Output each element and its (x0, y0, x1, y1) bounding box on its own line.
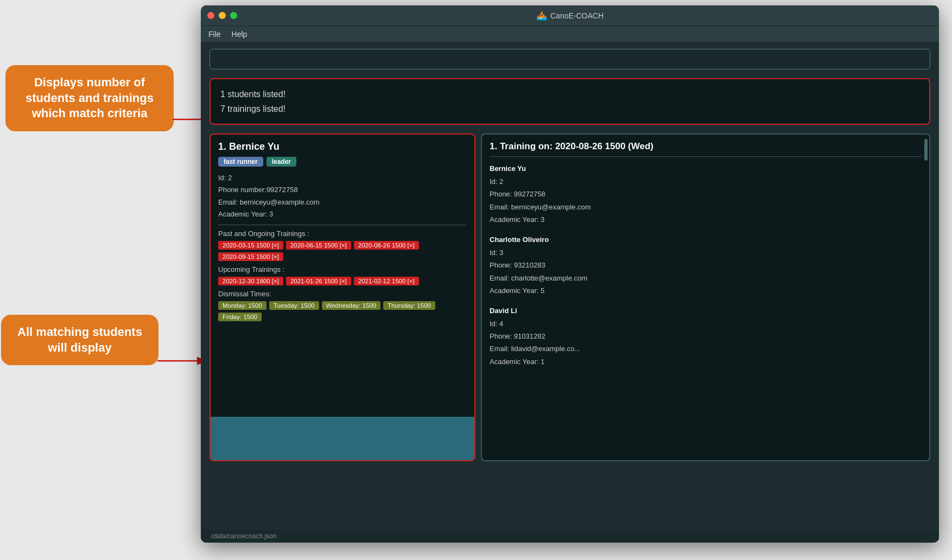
student-panel-footer (211, 417, 474, 460)
past-training-tags: 2020-03-15 1500 [×] 2020-06-15 1500 [×] … (218, 241, 467, 261)
student-panel: 1. Bernice Yu fast runner leader Id: 2 P… (210, 133, 475, 461)
trainee-phone-2: Phone: 91031282 (490, 330, 922, 342)
upcoming-training-1[interactable]: 2021-01-26 1500 [×] (286, 277, 351, 285)
upcoming-training-tags: 2020-12-30 1800 [×] 2021-01-26 1500 [×] … (218, 277, 467, 285)
trainee-entry-1: Charlotte Oliveiro Id: 3 Phone: 93210283… (490, 233, 922, 297)
menu-file[interactable]: File (208, 30, 221, 39)
training-title: 1. Training on: 2020-08-26 1500 (Wed) (490, 141, 922, 157)
dismissal-wednesday: Wednesday: 1500 (322, 301, 381, 310)
past-training-1[interactable]: 2020-06-15 1500 [×] (286, 241, 351, 250)
past-trainings-label: Past and Ongoing Trainings : (218, 230, 467, 238)
maximize-button[interactable] (230, 12, 237, 19)
upcoming-training-2[interactable]: 2021-02-12 1500 [×] (354, 277, 419, 285)
status-bar: ./data/canoecoach.json (201, 530, 939, 543)
trainee-year-1: Academic Year: 5 (490, 284, 922, 297)
student-id: Id: 2 (218, 172, 467, 184)
training-panel: 1. Training on: 2020-08-26 1500 (Wed) Be… (481, 133, 930, 461)
app-icon: 🚣 (536, 10, 547, 21)
trainee-email-2: Email: lidavid@example.co... (490, 342, 922, 355)
trainee-email-1: Email: charlotte@example.com (490, 272, 922, 284)
student-tags: fast runner leader (218, 157, 467, 167)
trainee-name-1: Charlotte Oliveiro (490, 233, 922, 246)
search-input[interactable] (210, 49, 930, 69)
trainee-year-0: Academic Year: 3 (490, 213, 922, 226)
dismissal-monday: Monday: 1500 (218, 301, 266, 310)
menu-help[interactable]: Help (232, 30, 247, 39)
upcoming-trainings-label: Upcoming Trainings : (218, 265, 467, 273)
annotation-bubble-2: All matching students will display (1, 315, 158, 365)
upcoming-training-0[interactable]: 2020-12-30 1800 [×] (218, 277, 283, 285)
trainee-id-0: Id: 2 (490, 175, 922, 188)
past-training-0[interactable]: 2020-03-15 1500 [×] (218, 241, 283, 250)
trainee-entry-0: Bernice Yu Id: 2 Phone: 99272758 Email: … (490, 162, 922, 226)
divider (218, 225, 467, 225)
status-path: ./data/canoecoach.json (210, 532, 276, 540)
mac-window: 🚣 CanoE-COACH File Help 1 students liste… (201, 5, 939, 543)
trainee-entry-2: David Li Id: 4 Phone: 91031282 Email: li… (490, 304, 922, 368)
tag-leader: leader (266, 157, 296, 167)
trainee-name-2: David Li (490, 304, 922, 317)
minimize-button[interactable] (219, 12, 226, 19)
student-name: 1. Bernice Yu (218, 141, 467, 152)
dismissal-tuesday: Tuesday: 1500 (269, 301, 319, 310)
past-training-3[interactable]: 2020-09-15 1500 [×] (218, 252, 283, 261)
close-button[interactable] (207, 12, 214, 19)
dismissal-label: Dismissal Times: (218, 290, 467, 298)
training-panel-inner: 1. Training on: 2020-08-26 1500 (Wed) Be… (482, 135, 929, 460)
trainee-id-1: Id: 3 (490, 246, 922, 259)
student-email: Email: berniceyu@example.com (218, 196, 467, 208)
student-info: Id: 2 Phone number:99272758 Email: berni… (218, 172, 467, 220)
traffic-lights (207, 12, 237, 19)
trainee-phone-1: Phone: 93210283 (490, 259, 922, 271)
window-title: 🚣 CanoE-COACH (536, 10, 604, 21)
student-academic-year: Academic Year: 3 (218, 208, 467, 220)
menu-bar: File Help (201, 26, 939, 42)
dismissal-friday: Friday: 1500 (218, 313, 262, 321)
search-area (201, 42, 939, 74)
stats-line-1: 1 students listed! (220, 87, 919, 101)
trainee-email-0: Email: berniceyu@example.com (490, 201, 922, 213)
trainee-phone-0: Phone: 99272758 (490, 188, 922, 200)
stats-box: 1 students listed! 7 trainings listed! (210, 78, 930, 125)
past-training-2[interactable]: 2020-08-26 1500 [×] (354, 241, 419, 250)
trainee-year-2: Academic Year: 1 (490, 355, 922, 368)
content-row: 1. Bernice Yu fast runner leader Id: 2 P… (201, 129, 939, 466)
trainee-id-2: Id: 4 (490, 317, 922, 330)
stats-line-2: 7 trainings listed! (220, 101, 919, 116)
tag-fast-runner: fast runner (218, 157, 263, 167)
annotation-bubble-1: Displays number of students and training… (5, 65, 174, 131)
dismissal-tags: Monday: 1500 Tuesday: 1500 Wednesday: 15… (218, 301, 467, 321)
student-panel-content: 1. Bernice Yu fast runner leader Id: 2 P… (211, 135, 474, 417)
student-phone: Phone number:99272758 (218, 184, 467, 196)
titlebar: 🚣 CanoE-COACH (201, 5, 939, 26)
dismissal-thursday: Thursday: 1500 (383, 301, 435, 310)
scrollbar-indicator[interactable] (924, 139, 928, 161)
trainee-name-0: Bernice Yu (490, 162, 922, 175)
